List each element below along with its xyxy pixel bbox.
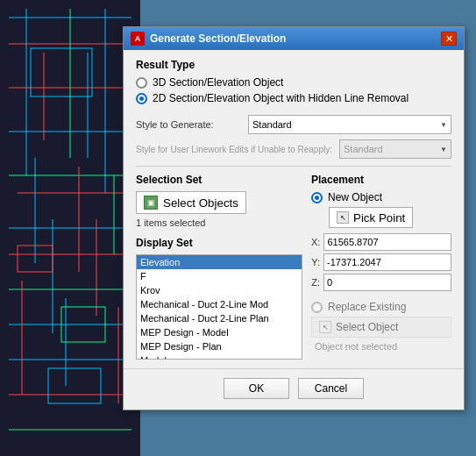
list-item[interactable]: MEP Design - Model: [137, 325, 302, 339]
dialog-title: Generate Section/Elevation: [150, 32, 286, 45]
style-linework-row: Style for User Linework Edits if Unable …: [136, 139, 451, 159]
dialog-footer: OK Cancel: [124, 368, 464, 410]
x-label: X:: [311, 237, 320, 247]
object-not-selected-text: Object not selected: [315, 341, 397, 352]
select-object-disabled-btn: ↖ Select Object: [311, 317, 451, 338]
new-object-radio-circle[interactable]: [311, 192, 323, 203]
divider1: [136, 166, 451, 167]
right-column: Placement New Object ↖ Pick Point X: Y:: [311, 174, 451, 360]
pick-point-button[interactable]: ↖ Pick Point: [329, 207, 413, 228]
style-generate-arrow: ▼: [440, 121, 447, 129]
style-linework-value: Standard: [344, 144, 383, 154]
style-linework-label: Style for User Linework Edits if Unable …: [136, 144, 332, 155]
select-objects-button[interactable]: ▣ Select Objects: [136, 191, 246, 214]
style-generate-label: Style to Generate:: [136, 119, 241, 130]
select-object-icon: ↖: [319, 321, 331, 333]
pick-point-label: Pick Point: [353, 211, 405, 224]
left-column: Selection Set ▣ Select Objects 1 items s…: [136, 174, 302, 360]
display-set-listbox[interactable]: ElevationFKrovMechanical - Duct 2-Line M…: [136, 254, 302, 360]
style-generate-value: Standard: [252, 119, 292, 130]
list-item[interactable]: F: [137, 269, 302, 283]
result-type-label: Result Type: [136, 59, 451, 71]
select-objects-btn-label: Select Objects: [163, 196, 238, 210]
radio-3d[interactable]: 3D Section/Elevation Object: [136, 76, 451, 89]
radio-3d-circle[interactable]: [136, 77, 147, 89]
replace-existing-label: Replace Existing: [328, 301, 406, 313]
radio-2d[interactable]: 2D Section/Elevation Object with Hidden …: [136, 92, 451, 104]
pick-point-icon: ↖: [337, 211, 349, 224]
x-coord-row: X:: [311, 233, 451, 251]
autocad-icon: A: [131, 32, 145, 46]
y-input[interactable]: [323, 253, 451, 271]
selection-set-label: Selection Set: [136, 174, 302, 186]
replace-existing-radio-circle[interactable]: [311, 302, 323, 313]
new-object-radio[interactable]: New Object: [311, 191, 451, 203]
z-coord-row: Z:: [311, 274, 451, 291]
list-item[interactable]: MEP Design - Plan: [137, 339, 302, 353]
replace-existing-radio[interactable]: Replace Existing: [311, 301, 451, 313]
titlebar-left: A Generate Section/Elevation: [131, 32, 286, 46]
list-item[interactable]: Mechanical - Duct 2-Line Mod: [137, 297, 302, 311]
placement-label: Placement: [311, 174, 451, 186]
ok-button[interactable]: OK: [224, 378, 289, 399]
cad-background: [0, 0, 140, 456]
style-generate-dropdown[interactable]: Standard ▼: [248, 115, 451, 134]
two-col-layout: Selection Set ▣ Select Objects 1 items s…: [136, 174, 451, 360]
radio-2d-circle[interactable]: [136, 93, 147, 104]
z-input[interactable]: [323, 274, 451, 291]
radio-2d-label: 2D Section/Elevation Object with Hidden …: [153, 92, 409, 104]
style-linework-arrow: ▼: [440, 146, 447, 153]
list-item[interactable]: Elevation: [137, 255, 302, 269]
z-label: Z:: [311, 277, 320, 288]
y-coord-row: Y:: [311, 253, 451, 271]
list-item[interactable]: Model: [137, 353, 302, 360]
y-label: Y:: [311, 257, 320, 267]
x-input[interactable]: [323, 233, 451, 251]
style-generate-row: Style to Generate: Standard ▼: [136, 115, 451, 134]
list-item[interactable]: Krov: [137, 283, 302, 297]
select-object-label: Select Object: [336, 321, 398, 333]
cancel-button[interactable]: Cancel: [298, 378, 364, 399]
dialog-titlebar: A Generate Section/Elevation ✕: [124, 27, 464, 50]
select-objects-icon: ▣: [144, 196, 158, 210]
list-item[interactable]: Mechanical - Duct 2-Line Plan: [137, 311, 302, 325]
items-selected-text: 1 items selected: [136, 217, 302, 228]
display-set-label: Display Set: [136, 237, 302, 249]
radio-3d-label: 3D Section/Elevation Object: [153, 76, 283, 89]
dialog-body: Result Type 3D Section/Elevation Object …: [124, 50, 464, 368]
close-button[interactable]: ✕: [441, 32, 457, 46]
new-object-radio-label: New Object: [328, 191, 382, 203]
result-type-group: 3D Section/Elevation Object 2D Section/E…: [136, 76, 451, 104]
generate-section-dialog: A Generate Section/Elevation ✕ Result Ty…: [123, 26, 465, 410]
style-linework-dropdown: Standard ▼: [339, 139, 451, 159]
